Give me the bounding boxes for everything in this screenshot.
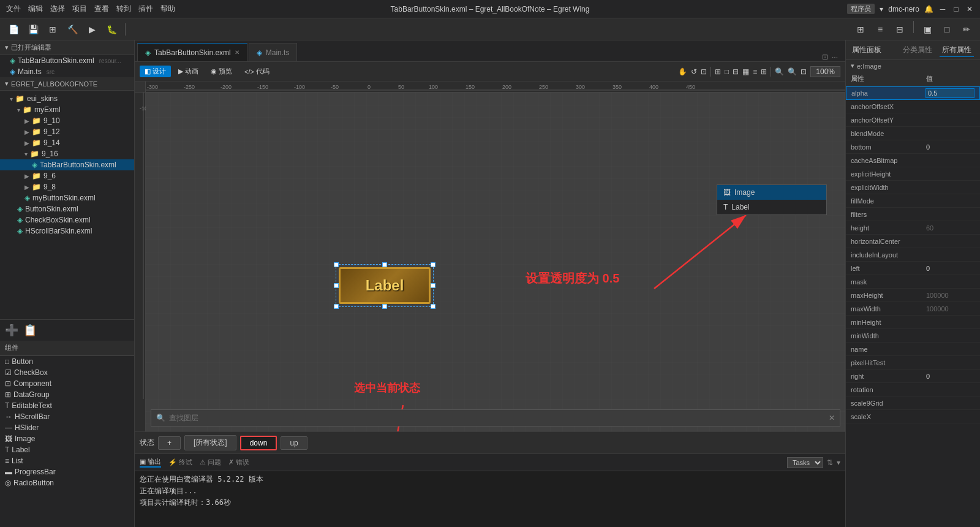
menu-project[interactable]: 项目 xyxy=(72,4,87,14)
console-sort-icon[interactable]: ⇅ xyxy=(827,458,833,467)
panel-tab-all[interactable]: 所有属性 xyxy=(940,44,974,57)
tool-crop[interactable]: ⊡ xyxy=(701,67,707,76)
debug-btn[interactable]: 🐛 xyxy=(103,21,120,38)
prop-alpha-value[interactable]: 0.5 xyxy=(925,88,974,98)
prop-explicitWidth[interactable]: explicitWidth xyxy=(846,181,980,194)
file-tabbar-skin[interactable]: ◈ TabBarButtonSkin.exml xyxy=(0,159,134,170)
menu-goto[interactable]: 转到 xyxy=(116,4,131,14)
run-btn[interactable]: ▶ xyxy=(83,21,100,38)
handle-bl[interactable] xyxy=(334,304,339,309)
folder-9-8[interactable]: ▶ 📁 9_8 xyxy=(0,181,134,192)
prop-scaleX[interactable]: scaleX xyxy=(846,410,980,423)
comp-button[interactable]: □ Button xyxy=(0,356,134,367)
search-clear-icon[interactable]: ✕ xyxy=(829,414,835,422)
prop-height-value[interactable]: 60 xyxy=(926,224,975,232)
prop-maxHeight[interactable]: maxHeight 100000 xyxy=(846,289,980,302)
prop-maxWidth-value[interactable]: 100000 xyxy=(926,305,975,313)
tool-refresh[interactable]: ↺ xyxy=(691,67,697,76)
task-select[interactable]: Tasks xyxy=(787,457,823,468)
layer-image-item[interactable]: 🖼 Image xyxy=(717,185,826,200)
prop-minHeight[interactable]: minHeight xyxy=(846,316,980,329)
state-down-btn[interactable]: down xyxy=(240,436,277,450)
prop-height[interactable]: height 60 xyxy=(846,221,980,235)
add-state-btn[interactable]: + xyxy=(158,436,181,450)
menu-plugin[interactable]: 插件 xyxy=(138,4,153,14)
comp-editabletext[interactable]: T EditableText xyxy=(0,400,134,411)
file-CheckBoxSkin[interactable]: ◈ CheckBoxSkin.exml xyxy=(0,214,134,226)
prop-cacheAsBitmap[interactable]: cacheAsBitmap xyxy=(846,154,980,167)
tab-bar-more[interactable]: ··· xyxy=(832,53,838,61)
open-file-tabbar[interactable]: ◈ TabBarButtonSkin.exml resour... xyxy=(0,55,134,66)
folder-9-16[interactable]: ▾ 📁 9_16 xyxy=(0,148,134,159)
prop-includeInLayout[interactable]: includeInLayout xyxy=(846,248,980,262)
prop-rotation[interactable]: rotation xyxy=(846,383,980,396)
layout-btn-3[interactable]: ⊟ xyxy=(891,21,908,38)
console-expand-icon[interactable]: ▾ xyxy=(837,458,840,467)
tab-main-ts[interactable]: ◈ Main.ts xyxy=(249,43,298,61)
layout-btn-6[interactable]: ✏ xyxy=(958,21,975,38)
layout-btn-5[interactable]: □ xyxy=(938,21,956,38)
prop-left-value[interactable]: 0 xyxy=(926,265,975,272)
menu-select[interactable]: 选择 xyxy=(50,4,65,14)
mode-design[interactable]: ◧ 设计 xyxy=(140,66,171,77)
panel-tab-category[interactable]: 分类属性 xyxy=(900,44,935,57)
comp-progressbar[interactable]: ▬ ProgressBar xyxy=(0,466,134,477)
state-up-btn[interactable]: up xyxy=(281,436,307,450)
minimize-btn[interactable]: ─ xyxy=(938,5,947,13)
new-file-btn[interactable]: 📄 xyxy=(5,21,22,38)
comp-image[interactable]: 🖼 Image xyxy=(0,433,134,444)
prop-anchorOffsetX[interactable]: anchorOffsetX xyxy=(846,100,980,113)
layout-btn-2[interactable]: ≡ xyxy=(872,21,889,38)
handle-tr[interactable] xyxy=(431,262,435,267)
folder-9-6[interactable]: ▶ 📁 9_6 xyxy=(0,170,134,181)
prop-right-value[interactable]: 0 xyxy=(926,373,975,380)
console-tab-output[interactable]: ▣ 输出 xyxy=(140,457,161,468)
console-tab-problems[interactable]: ⚠ 问题 xyxy=(200,458,221,467)
dropdown-icon[interactable]: ▾ xyxy=(880,5,883,13)
folder-9-14[interactable]: ▶ 📁 9_14 xyxy=(0,137,134,148)
save-btn[interactable]: 💾 xyxy=(24,21,42,38)
bell-icon[interactable]: 🔔 xyxy=(924,5,933,13)
menu-file[interactable]: 文件 xyxy=(6,4,21,14)
menu-view[interactable]: 查看 xyxy=(94,4,109,14)
comp-component[interactable]: ⊡ Component xyxy=(0,378,134,389)
handle-mr[interactable] xyxy=(431,283,435,288)
prop-maxHeight-value[interactable]: 100000 xyxy=(926,292,975,299)
menu-bar[interactable]: 文件 编辑 选择 项目 查看 转到 插件 帮助 xyxy=(6,4,175,14)
tool-zoom-reset[interactable]: ⊡ xyxy=(801,67,807,76)
comp-datagroup[interactable]: ⊞ DataGroup xyxy=(0,389,134,400)
prop-alpha[interactable]: alpha 0.5 xyxy=(846,86,980,100)
tool-align4[interactable]: ▦ xyxy=(742,67,749,76)
prop-left[interactable]: left 0 xyxy=(846,262,980,275)
tool-align5[interactable]: ≡ xyxy=(753,67,757,76)
tool-align3[interactable]: ⊟ xyxy=(733,67,739,76)
mode-code[interactable]: </> 代码 xyxy=(239,66,274,77)
add-component-btn[interactable]: ➕ xyxy=(5,324,18,337)
prop-right[interactable]: right 0 xyxy=(846,370,980,383)
prop-filters[interactable]: filters xyxy=(846,208,980,221)
menu-edit[interactable]: 编辑 xyxy=(28,4,43,14)
mode-preview[interactable]: ◉ 预览 xyxy=(206,66,237,77)
tool-zoom-out[interactable]: 🔍 xyxy=(775,67,784,76)
layout-btn-1[interactable]: ⊞ xyxy=(852,21,869,38)
file-myButtonSkin[interactable]: ◈ myButtonSkin.exml xyxy=(0,192,134,203)
handle-br[interactable] xyxy=(431,304,435,309)
console-tab-errors[interactable]: ✗ 错误 xyxy=(228,458,249,467)
tab-close-1[interactable]: ✕ xyxy=(235,49,239,56)
selected-element[interactable]: Label xyxy=(336,264,434,307)
handle-ml[interactable] xyxy=(334,283,339,288)
layout-btn-4[interactable]: ▣ xyxy=(919,21,936,38)
menu-help[interactable]: 帮助 xyxy=(160,4,175,14)
folder-myExml[interactable]: ▾ 📁 myExml xyxy=(0,104,134,115)
prop-anchorOffsetY[interactable]: anchorOffsetY xyxy=(846,113,980,127)
tool-align2[interactable]: □ xyxy=(725,67,729,76)
save-all-btn[interactable]: ⊞ xyxy=(44,21,61,38)
tab-bar-icon-1[interactable]: ⊡ xyxy=(822,53,828,61)
maximize-btn[interactable]: □ xyxy=(952,5,960,13)
prop-mask[interactable]: mask xyxy=(846,275,980,289)
comp-hslider[interactable]: — HSlider xyxy=(0,422,134,433)
tab-tabbar-skin[interactable]: ◈ TabBarButtonSkin.exml ✕ xyxy=(137,43,247,61)
folder-9-12[interactable]: ▶ 📁 9_12 xyxy=(0,126,134,137)
search-layer-input[interactable] xyxy=(169,414,825,422)
prop-explicitHeight[interactable]: explicitHeight xyxy=(846,167,980,181)
